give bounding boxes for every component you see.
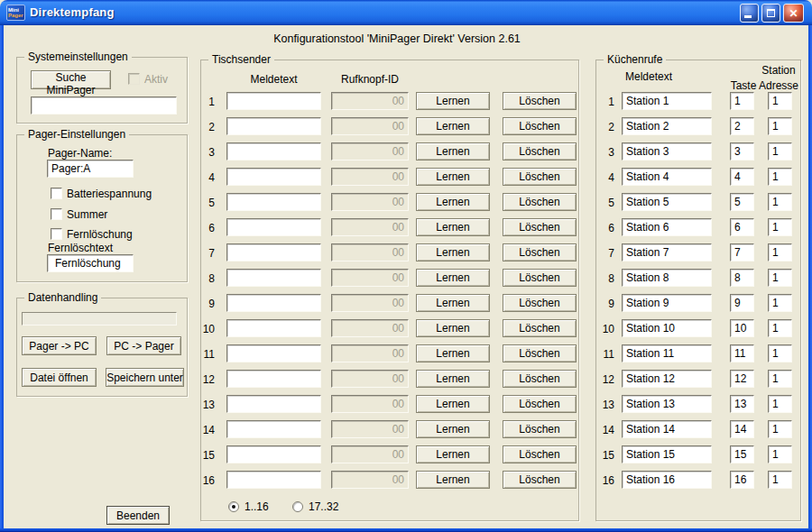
loeschen-button[interactable]: Löschen <box>503 294 577 312</box>
taste-input[interactable] <box>730 193 754 211</box>
adresse-input[interactable] <box>768 420 792 438</box>
station-meldetext-input[interactable] <box>622 142 712 161</box>
taste-input[interactable] <box>730 218 754 236</box>
loeschen-button[interactable]: Löschen <box>503 92 577 110</box>
station-meldetext-input[interactable] <box>622 319 712 337</box>
loeschen-button[interactable]: Löschen <box>503 117 577 135</box>
station-meldetext-input[interactable] <box>622 395 712 413</box>
lernen-button[interactable]: Lernen <box>416 319 490 337</box>
adresse-input[interactable] <box>768 92 792 110</box>
taste-input[interactable] <box>730 243 754 261</box>
lernen-button[interactable]: Lernen <box>416 344 490 362</box>
close-button[interactable]: ✕ <box>783 4 804 23</box>
taste-input[interactable] <box>730 319 754 337</box>
taste-input[interactable] <box>730 269 754 287</box>
loeschen-button[interactable]: Löschen <box>503 243 577 261</box>
summer-checkbox[interactable] <box>51 208 62 220</box>
meldetext-input[interactable] <box>226 269 321 287</box>
taste-input[interactable] <box>730 92 754 110</box>
taste-input[interactable] <box>730 294 754 312</box>
meldetext-input[interactable] <box>226 471 321 489</box>
adresse-input[interactable] <box>768 319 792 337</box>
lernen-button[interactable]: Lernen <box>416 395 490 413</box>
adresse-input[interactable] <box>768 117 792 135</box>
adresse-input[interactable] <box>768 142 792 161</box>
fernloeschung-checkbox[interactable] <box>51 228 62 240</box>
adresse-input[interactable] <box>768 370 792 388</box>
station-meldetext-input[interactable] <box>622 117 712 135</box>
meldetext-input[interactable] <box>226 117 321 135</box>
loeschen-button[interactable]: Löschen <box>503 395 577 413</box>
maximize-button[interactable] <box>761 4 780 23</box>
loeschen-button[interactable]: Löschen <box>503 168 577 186</box>
taste-input[interactable] <box>730 142 754 161</box>
taste-input[interactable] <box>730 168 754 186</box>
meldetext-input[interactable] <box>226 168 321 186</box>
pc-to-pager-button[interactable]: PC -> Pager <box>106 336 181 355</box>
station-meldetext-input[interactable] <box>622 92 712 110</box>
meldetext-input[interactable] <box>226 294 321 312</box>
fernloeschtext-input[interactable] <box>47 254 134 272</box>
lernen-button[interactable]: Lernen <box>416 243 490 261</box>
meldetext-input[interactable] <box>226 445 321 463</box>
lernen-button[interactable]: Lernen <box>416 420 490 438</box>
beenden-button[interactable]: Beenden <box>106 506 170 525</box>
station-meldetext-input[interactable] <box>622 294 712 312</box>
station-meldetext-input[interactable] <box>622 193 712 211</box>
station-meldetext-input[interactable] <box>622 420 712 438</box>
station-meldetext-input[interactable] <box>622 471 712 489</box>
adresse-input[interactable] <box>768 445 792 463</box>
radio-range-1-16[interactable] <box>228 501 239 512</box>
lernen-button[interactable]: Lernen <box>416 142 490 161</box>
meldetext-input[interactable] <box>226 395 321 413</box>
meldetext-input[interactable] <box>226 193 321 211</box>
taste-input[interactable] <box>730 471 754 489</box>
meldetext-input[interactable] <box>226 218 321 236</box>
adresse-input[interactable] <box>768 294 792 312</box>
adresse-input[interactable] <box>768 243 792 261</box>
loeschen-button[interactable]: Löschen <box>503 344 577 362</box>
station-meldetext-input[interactable] <box>622 445 712 463</box>
station-meldetext-input[interactable] <box>622 168 712 186</box>
station-meldetext-input[interactable] <box>622 243 712 261</box>
minipager-search-result-input[interactable] <box>31 96 177 115</box>
lernen-button[interactable]: Lernen <box>416 168 490 186</box>
radio-range-17-32[interactable] <box>292 501 303 512</box>
lernen-button[interactable]: Lernen <box>416 294 490 312</box>
adresse-input[interactable] <box>768 218 792 236</box>
lernen-button[interactable]: Lernen <box>416 193 490 211</box>
loeschen-button[interactable]: Löschen <box>503 142 577 161</box>
taste-input[interactable] <box>730 445 754 463</box>
minimize-button[interactable] <box>740 4 759 23</box>
loeschen-button[interactable]: Löschen <box>503 471 577 489</box>
lernen-button[interactable]: Lernen <box>416 218 490 236</box>
taste-input[interactable] <box>730 117 754 135</box>
taste-input[interactable] <box>730 370 754 388</box>
adresse-input[interactable] <box>768 395 792 413</box>
lernen-button[interactable]: Lernen <box>416 445 490 463</box>
adresse-input[interactable] <box>768 168 792 186</box>
lernen-button[interactable]: Lernen <box>416 269 490 287</box>
station-meldetext-input[interactable] <box>622 218 712 236</box>
lernen-button[interactable]: Lernen <box>416 370 490 388</box>
suche-minipager-button[interactable]: Suche MiniPager <box>31 70 111 89</box>
station-meldetext-input[interactable] <box>622 344 712 362</box>
loeschen-button[interactable]: Löschen <box>503 269 577 287</box>
adresse-input[interactable] <box>768 269 792 287</box>
taste-input[interactable] <box>730 344 754 362</box>
adresse-input[interactable] <box>768 471 792 489</box>
meldetext-input[interactable] <box>226 420 321 438</box>
loeschen-button[interactable]: Löschen <box>503 445 577 463</box>
pager-to-pc-button[interactable]: Pager -> PC <box>22 336 97 355</box>
loeschen-button[interactable]: Löschen <box>503 319 577 337</box>
meldetext-input[interactable] <box>226 243 321 261</box>
taste-input[interactable] <box>730 395 754 413</box>
loeschen-button[interactable]: Löschen <box>503 370 577 388</box>
meldetext-input[interactable] <box>226 370 321 388</box>
meldetext-input[interactable] <box>226 344 321 362</box>
loeschen-button[interactable]: Löschen <box>503 420 577 438</box>
datei-oeffnen-button[interactable]: Datei öffnen <box>22 368 97 387</box>
loeschen-button[interactable]: Löschen <box>503 218 577 236</box>
lernen-button[interactable]: Lernen <box>416 117 490 135</box>
meldetext-input[interactable] <box>226 142 321 161</box>
